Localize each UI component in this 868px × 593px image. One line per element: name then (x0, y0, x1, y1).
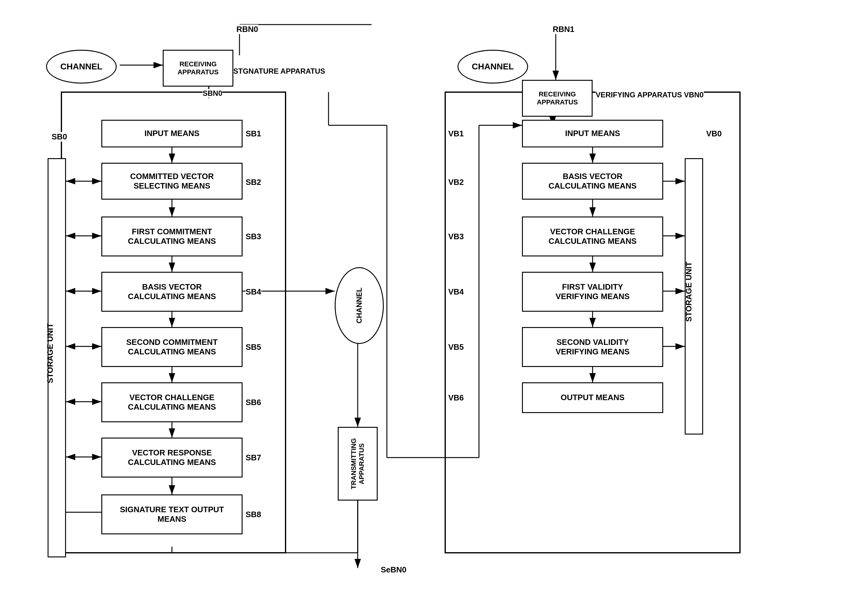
sb3-tag: SB3 (246, 232, 261, 241)
sb1-tag: SB1 (246, 129, 261, 139)
sb2-label: COMMITTED VECTOR SELECTING MEANS (130, 172, 214, 191)
sb5-second-commitment-box: SECOND COMMITMENT CALCULATING MEANS (101, 327, 242, 367)
vb6-output-means-box: OUTPUT MEANS (522, 382, 663, 413)
right-top-channel-ellipse: CHANNEL (458, 50, 528, 84)
vb6-tag: VB6 (448, 393, 464, 402)
vb5-second-validity-box: SECOND VALIDITY VERIFYING MEANS (522, 327, 663, 367)
vb3-tag: VB3 (448, 232, 464, 241)
sb1-input-means-box: INPUT MEANS (101, 120, 242, 147)
middle-channel-ellipse: CHANNEL (335, 267, 384, 344)
vb5-label: SECOND VALIDITY VERIFYING MEANS (555, 337, 629, 356)
sb7-label: VECTOR RESPONSE CALCULATING MEANS (128, 448, 216, 467)
sbn0-label: SBN0 (203, 89, 222, 98)
middle-channel-label: CHANNEL (355, 287, 363, 323)
vb1-label: INPUT MEANS (565, 129, 620, 138)
vb1-tag: VB1 (448, 129, 464, 139)
vb5-tag: VB5 (448, 342, 464, 352)
left-receiving-apparatus-label: RECEIVING APPARATUS (177, 60, 218, 77)
vb4-tag: VB4 (448, 287, 464, 297)
rbn0-label: RBN0 (236, 25, 258, 34)
sb8-signature-text-box: SIGNATURE TEXT OUTPUT MEANS (101, 494, 242, 534)
sb3-first-commitment-box: FIRST COMMITMENT CALCULATING MEANS (101, 216, 242, 256)
left-channel-ellipse: CHANNEL (46, 50, 117, 84)
vb4-label: FIRST VALIDITY VERIFYING MEANS (555, 282, 629, 301)
vb3-vector-challenge-box: VECTOR CHALLENGE CALCULATING MEANS (522, 216, 663, 256)
verifying-apparatus-label: VERIFYING APPARATUS VBN0 (596, 90, 704, 99)
sb5-tag: SB5 (246, 342, 261, 352)
sb4-label: BASIS VECTOR CALCULATING MEANS (128, 282, 216, 301)
vb3-label: VECTOR CHALLENGE CALCULATING MEANS (549, 227, 637, 246)
right-receiving-apparatus-label: RECEIVING APPARATUS (537, 90, 578, 106)
vb0-tag: VB0 (706, 129, 722, 139)
vb1-input-means-box: INPUT MEANS (522, 120, 663, 147)
sb1-label: INPUT MEANS (144, 129, 199, 138)
left-receiving-apparatus-box: RECEIVING APPARATUS (163, 50, 233, 87)
signature-apparatus-label: STGNATURE APPARATUS (233, 67, 325, 75)
sb2-committed-vector-box: COMMITTED VECTOR SELECTING MEANS (101, 163, 242, 200)
vb4-first-validity-box: FIRST VALIDITY VERIFYING MEANS (522, 272, 663, 312)
sb7-tag: SB7 (246, 453, 261, 463)
sebn0-label: SeBN0 (381, 565, 406, 575)
sb3-label: FIRST COMMITMENT CALCULATING MEANS (128, 227, 216, 246)
right-top-channel-label: CHANNEL (472, 62, 514, 71)
vb2-basis-vector-box: BASIS VECTOR CALCULATING MEANS (522, 163, 663, 200)
sb7-vector-response-box: VECTOR RESPONSE CALCULATING MEANS (101, 438, 242, 478)
sb6-tag: SB6 (246, 398, 261, 407)
transmitting-apparatus-label: TRANSMITTING APPARATUS (350, 438, 366, 489)
sb4-basis-vector-box: BASIS VECTOR CALCULATING MEANS (101, 272, 242, 312)
vb2-tag: VB2 (448, 177, 464, 187)
sb5-label: SECOND COMMITMENT CALCULATING MEANS (126, 337, 218, 356)
sb6-label: VECTOR CHALLENGE CALCULATING MEANS (128, 393, 216, 412)
vb2-label: BASIS VECTOR CALCULATING MEANS (549, 172, 637, 191)
sb4-tag: SB4 (246, 287, 261, 297)
transmitting-apparatus-box: TRANSMITTING APPARATUS (338, 427, 378, 501)
rbn1-label: RBN1 (553, 25, 574, 34)
svg-rect-10 (61, 92, 286, 553)
right-receiving-apparatus-box: RECEIVING APPARATUS (522, 80, 593, 117)
left-storage-unit-label: STORAGE UNIT (46, 215, 55, 491)
sb8-label: SIGNATURE TEXT OUTPUT MEANS (120, 505, 224, 524)
right-storage-unit-label: STORAGE UNIT (684, 184, 694, 399)
sb8-tag: SB8 (246, 510, 261, 519)
vb6-label: OUTPUT MEANS (561, 393, 624, 402)
sb2-tag: SB2 (246, 177, 261, 187)
sb6-vector-challenge-box: VECTOR CHALLENGE CALCULATING MEANS (101, 382, 242, 422)
sb0-label: SB0 (52, 132, 67, 142)
left-channel-label: CHANNEL (61, 62, 103, 71)
